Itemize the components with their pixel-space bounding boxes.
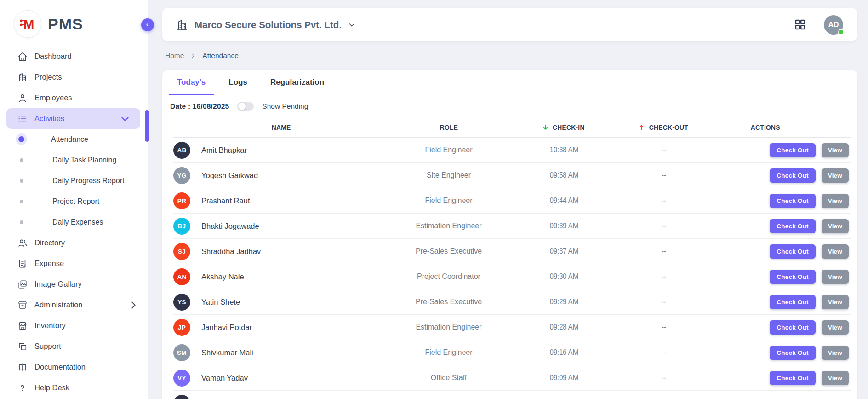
main-area: Marco Secure Solutions Pvt. Ltd. AD Home… <box>162 0 857 399</box>
employee-name: Vaman Yadav <box>201 374 248 382</box>
sidebar-item-project-report[interactable]: Project Report <box>0 191 148 212</box>
sidebar-item-support[interactable]: Support <box>0 336 148 357</box>
col-header-actions: ACTIONS <box>708 123 851 131</box>
view-button[interactable]: View <box>822 143 849 157</box>
sidebar-item-activities[interactable]: Activities <box>6 108 140 129</box>
view-button[interactable]: View <box>822 244 849 259</box>
table-row: BJ Bhakti Jogawade Estimation Engineer 0… <box>173 214 851 239</box>
show-pending-toggle[interactable] <box>237 102 254 111</box>
check-out-button[interactable]: Check Out <box>770 244 815 259</box>
view-button[interactable]: View <box>822 320 849 335</box>
check-out-value: -- <box>620 323 708 331</box>
avatar: YG <box>173 167 190 184</box>
employee-role: Field Engineer <box>389 146 508 154</box>
check-out-button[interactable]: Check Out <box>770 371 815 385</box>
apps-grid-icon[interactable] <box>794 18 806 31</box>
avatar: SJ <box>173 243 190 260</box>
check-out-value: -- <box>620 374 708 382</box>
employee-name: Prashant Raut <box>201 197 250 205</box>
col-header-name[interactable]: NAME <box>173 123 389 131</box>
employee-role: Pre-Sales Executive <box>389 298 508 306</box>
employee-role: Project Coordinator <box>389 272 508 281</box>
check-out-value: -- <box>620 298 708 306</box>
check-out-value: -- <box>620 247 708 255</box>
bullet-icon <box>20 158 23 162</box>
check-out-button[interactable]: Check Out <box>770 143 815 157</box>
sidebar-item-inventory[interactable]: Inventory <box>0 315 148 336</box>
question-icon <box>17 383 28 393</box>
employee-name: Amit Bhapkar <box>201 146 247 155</box>
company-selector[interactable]: Marco Secure Solutions Pvt. Ltd. <box>176 19 355 31</box>
table-row: PR Prashant Raut Field Engineer 09:44 AM… <box>173 188 851 214</box>
avatar: JP <box>173 319 190 336</box>
table-row: SM Shivkumar Mali Field Engineer 09:16 A… <box>173 340 851 365</box>
sidebar-item-expense[interactable]: Expense <box>0 253 148 274</box>
chevron-left-icon <box>145 22 150 28</box>
table-row: YG Yogesh Gaikwad Site Engineer 09:58 AM… <box>173 163 851 188</box>
table-header-row: NAME ROLE CHECK-IN CHECK-OUT ACTIONS <box>173 117 851 138</box>
check-out-button[interactable]: Check Out <box>770 320 815 335</box>
breadcrumb-home[interactable]: Home <box>165 52 184 60</box>
user-avatar[interactable]: AD <box>824 15 843 35</box>
check-in-time: 09:30 AM <box>508 272 620 281</box>
book-icon <box>17 362 28 372</box>
table-row <box>173 391 851 399</box>
avatar: PR <box>173 192 190 209</box>
chevron-right-icon <box>190 53 196 58</box>
sidebar-item-help-desk[interactable]: Help Desk <box>0 377 148 398</box>
table-row: AN Akshay Nale Project Coordinator 09:30… <box>173 264 851 289</box>
avatar: YS <box>173 294 190 311</box>
view-button[interactable]: View <box>822 194 849 208</box>
sidebar-item-projects[interactable]: Projects <box>0 67 148 87</box>
tab-logs[interactable]: Logs <box>220 70 256 95</box>
sidebar-item-administration[interactable]: Administration <box>0 295 148 315</box>
list-icon <box>17 114 28 124</box>
image-icon <box>17 279 28 289</box>
table-row: YS Yatin Shete Pre-Sales Executive 09:29… <box>173 289 851 315</box>
check-in-time: 09:37 AM <box>508 247 620 255</box>
sidebar-item-documentation[interactable]: Documentation <box>0 357 148 377</box>
check-out-button[interactable]: Check Out <box>770 346 815 360</box>
sidebar-collapse-button[interactable] <box>141 18 154 31</box>
col-header-checkin[interactable]: CHECK-IN <box>508 123 620 131</box>
col-header-checkout[interactable]: CHECK-OUT <box>620 123 708 131</box>
sidebar-item-daily-task-planning[interactable]: Daily Task Planning <box>0 150 148 170</box>
tab-regularization[interactable]: Regularization <box>262 70 332 95</box>
home-icon <box>17 52 28 62</box>
check-out-button[interactable]: Check Out <box>770 295 815 309</box>
sidebar-item-daily-expenses[interactable]: Daily Expenses <box>0 212 148 232</box>
company-name: Marco Secure Solutions Pvt. Ltd. <box>194 19 342 30</box>
col-header-role[interactable]: ROLE <box>389 123 508 131</box>
view-button[interactable]: View <box>822 219 849 233</box>
check-out-button[interactable]: Check Out <box>770 270 815 284</box>
view-button[interactable]: View <box>822 168 849 183</box>
breadcrumb: Home Attendance <box>165 52 239 60</box>
view-button[interactable]: View <box>822 346 849 360</box>
sidebar-item-employees[interactable]: Employees <box>0 87 148 108</box>
check-out-button[interactable]: Check Out <box>770 168 815 183</box>
sidebar-item-dashboard[interactable]: Dashboard <box>0 46 148 67</box>
brand-header: M PMS <box>0 0 148 46</box>
sidebar-item-directory[interactable]: Directory <box>0 232 148 253</box>
view-button[interactable]: View <box>822 270 849 284</box>
table-row: JP Janhavi Potdar Estimation Engineer 09… <box>173 315 851 340</box>
check-in-time: 09:09 AM <box>508 374 620 382</box>
sidebar-item-attendance[interactable]: Attendance <box>0 129 148 150</box>
date-label: Date : 16/08/2025 <box>170 102 229 110</box>
online-status-dot <box>838 29 844 35</box>
table-body: AB Amit Bhapkar Field Engineer 10:38 AM … <box>173 138 851 399</box>
view-button[interactable]: View <box>822 295 849 309</box>
employee-name: Bhakti Jogawade <box>201 222 259 231</box>
sidebar-item-image-gallary[interactable]: Image Gallary <box>0 274 148 295</box>
check-out-button[interactable]: Check Out <box>770 194 815 208</box>
tab-today-s[interactable]: Today's <box>169 70 214 95</box>
table-row: AB Amit Bhapkar Field Engineer 10:38 AM … <box>173 138 851 163</box>
sidebar-item-daily-progress-report[interactable]: Daily Progress Report <box>0 170 148 191</box>
check-in-time: 09:29 AM <box>508 298 620 306</box>
view-button[interactable]: View <box>822 371 849 385</box>
check-in-time: 09:58 AM <box>508 171 620 179</box>
sidebar: M PMS Dashboard Projects Employees Activ… <box>0 0 148 399</box>
check-out-value: -- <box>620 348 708 357</box>
check-out-button[interactable]: Check Out <box>770 219 815 233</box>
check-in-time: 09:39 AM <box>508 222 620 230</box>
